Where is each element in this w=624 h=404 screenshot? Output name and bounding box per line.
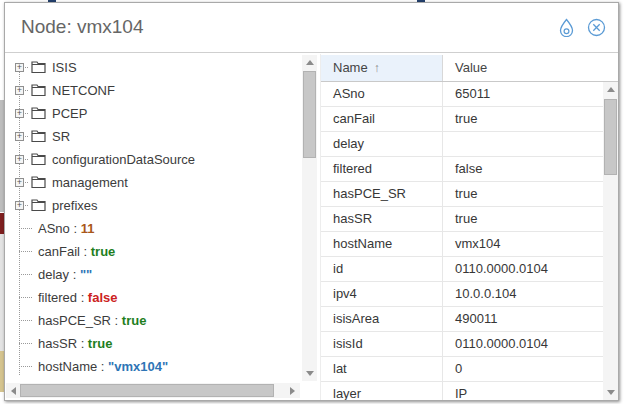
attribute-key: ASno : bbox=[38, 221, 81, 236]
grid-header: Name↑ Value bbox=[321, 55, 618, 82]
expand-icon[interactable]: + bbox=[15, 178, 24, 187]
scroll-down-arrow-icon[interactable] bbox=[302, 366, 317, 381]
tree-leaf-canFail[interactable]: canFail : true bbox=[5, 240, 301, 263]
tree-connector bbox=[19, 297, 32, 298]
expand-icon[interactable]: + bbox=[15, 109, 24, 118]
scroll-up-arrow-icon[interactable] bbox=[302, 55, 317, 70]
scroll-right-arrow-icon[interactable] bbox=[285, 383, 300, 398]
scroll-down-arrow-icon[interactable] bbox=[603, 385, 618, 400]
table-row-ASno[interactable]: ASno65011 bbox=[321, 82, 603, 107]
table-row-isisArea[interactable]: isisArea490011 bbox=[321, 307, 603, 332]
dialog-titlebar: Node: vmx104 bbox=[5, 3, 618, 53]
cell-value bbox=[443, 132, 603, 156]
cell-name: layer bbox=[321, 382, 443, 400]
table-row-hostName[interactable]: hostNamevmx104 bbox=[321, 232, 603, 257]
expand-icon[interactable]: + bbox=[15, 155, 24, 164]
close-icon[interactable] bbox=[587, 18, 606, 37]
column-header-label: Name bbox=[333, 60, 368, 75]
tree-folder-configurationDataSource[interactable]: +configurationDataSource bbox=[5, 148, 301, 171]
cell-name: ipv4 bbox=[321, 282, 443, 306]
tree-folder-management[interactable]: +management bbox=[5, 171, 301, 194]
table-row-ipv4[interactable]: ipv410.0.0.104 bbox=[321, 282, 603, 307]
tree-folder-PCEP[interactable]: +PCEP bbox=[5, 102, 301, 125]
tree-connector bbox=[19, 228, 32, 229]
node-details-dialog: Node: vmx104 +ISIS+NETCONF+PCEP+SR+confi bbox=[4, 2, 619, 401]
attribute-key: hasPCE_SR : bbox=[38, 313, 122, 328]
tree-leaf-hostName[interactable]: hostName : "vmx104" bbox=[5, 355, 301, 378]
tree-leaf-hasSR[interactable]: hasSR : true bbox=[5, 332, 301, 355]
cell-value: IP bbox=[443, 382, 603, 400]
attribute-tree: +ISIS+NETCONF+PCEP+SR+configurationDataS… bbox=[5, 56, 301, 382]
tree-connector bbox=[19, 343, 32, 344]
tree-folder-label: PCEP bbox=[52, 106, 87, 121]
cell-name: hasPCE_SR bbox=[321, 182, 443, 206]
table-row-hasPCE_SR[interactable]: hasPCE_SRtrue bbox=[321, 182, 603, 207]
tree-leaf-label: hostName : "vmx104" bbox=[38, 359, 168, 374]
folder-icon bbox=[31, 130, 46, 143]
expand-icon[interactable]: + bbox=[15, 86, 24, 95]
attribute-key: hostName : bbox=[38, 359, 108, 374]
tree-leaf-label: filtered : false bbox=[38, 290, 118, 305]
table-row-isisId[interactable]: isisId0110.0000.0104 bbox=[321, 332, 603, 357]
tree-leaf-delay[interactable]: delay : "" bbox=[5, 263, 301, 286]
tree-leaf-label: delay : "" bbox=[38, 267, 92, 282]
tree-connector bbox=[19, 274, 32, 275]
table-row-hasSR[interactable]: hasSRtrue bbox=[321, 207, 603, 232]
column-header-value[interactable]: Value bbox=[443, 55, 618, 81]
dialog-title: Node: vmx104 bbox=[21, 16, 144, 38]
cell-value: false bbox=[443, 157, 603, 181]
cell-name: isisId bbox=[321, 332, 443, 356]
scrollbar-thumb[interactable] bbox=[604, 99, 617, 175]
cell-value: true bbox=[443, 207, 603, 231]
attribute-value: false bbox=[88, 290, 118, 305]
table-row-delay[interactable]: delay bbox=[321, 132, 603, 157]
tree-folder-label: configurationDataSource bbox=[52, 152, 195, 167]
scrollbar-thumb[interactable] bbox=[20, 384, 274, 397]
tree-folder-prefixes[interactable]: +prefixes bbox=[5, 194, 301, 217]
attribute-tree-pane: +ISIS+NETCONF+PCEP+SR+configurationDataS… bbox=[5, 54, 318, 400]
cell-value: 65011 bbox=[443, 82, 603, 106]
scrollbar-thumb[interactable] bbox=[303, 71, 316, 158]
cell-value: 0110.0000.0104 bbox=[443, 332, 603, 356]
scroll-left-arrow-icon[interactable] bbox=[6, 383, 21, 398]
tree-folder-ISIS[interactable]: +ISIS bbox=[5, 56, 301, 79]
tree-folder-NETCONF[interactable]: +NETCONF bbox=[5, 79, 301, 102]
table-row-canFail[interactable]: canFailtrue bbox=[321, 107, 603, 132]
tree-folder-label: prefixes bbox=[52, 198, 98, 213]
tree-folder-label: NETCONF bbox=[52, 83, 115, 98]
table-row-lat[interactable]: lat0 bbox=[321, 357, 603, 382]
table-row-layer[interactable]: layerIP bbox=[321, 382, 603, 400]
tree-folder-SR[interactable]: +SR bbox=[5, 125, 301, 148]
attribute-key: filtered : bbox=[38, 290, 88, 305]
folder-icon bbox=[31, 153, 46, 166]
table-row-filtered[interactable]: filteredfalse bbox=[321, 157, 603, 182]
expand-icon[interactable]: + bbox=[15, 132, 24, 141]
cell-name: filtered bbox=[321, 157, 443, 181]
attribute-key: delay : bbox=[38, 267, 80, 282]
tree-leaf-ASno[interactable]: ASno : 11 bbox=[5, 217, 301, 240]
tree-leaf-hasPCE_SR[interactable]: hasPCE_SR : true bbox=[5, 309, 301, 332]
table-row-id[interactable]: id0110.0000.0104 bbox=[321, 257, 603, 282]
droplet-icon[interactable] bbox=[557, 18, 576, 37]
expand-icon[interactable]: + bbox=[15, 63, 24, 72]
cell-name: hasSR bbox=[321, 207, 443, 231]
cell-name: delay bbox=[321, 132, 443, 156]
tree-horizontal-scrollbar[interactable] bbox=[6, 383, 300, 398]
folder-icon bbox=[31, 61, 46, 74]
tree-connector bbox=[19, 320, 32, 321]
tree-connector bbox=[19, 366, 32, 367]
scroll-up-arrow-icon[interactable] bbox=[603, 82, 618, 97]
expand-icon[interactable]: + bbox=[15, 201, 24, 210]
grid-vertical-scrollbar[interactable] bbox=[603, 82, 618, 400]
tree-folder-label: SR bbox=[52, 129, 70, 144]
tree-leaf-filtered[interactable]: filtered : false bbox=[5, 286, 301, 309]
cell-name: hostName bbox=[321, 232, 443, 256]
cell-value: 490011 bbox=[443, 307, 603, 331]
tree-leaf-label: hasSR : true bbox=[38, 336, 112, 351]
column-header-name[interactable]: Name↑ bbox=[321, 55, 443, 81]
cell-value: 0110.0000.0104 bbox=[443, 257, 603, 281]
folder-icon bbox=[31, 107, 46, 120]
cell-value: true bbox=[443, 182, 603, 206]
tree-leaf-label: canFail : true bbox=[38, 244, 115, 259]
tree-vertical-scrollbar[interactable] bbox=[302, 55, 317, 381]
